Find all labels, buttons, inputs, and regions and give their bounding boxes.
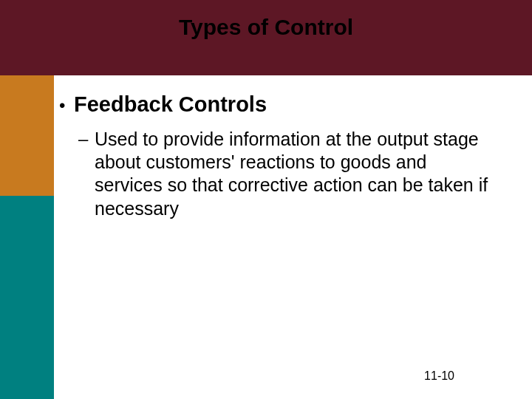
sub-bullet-item: – Used to provide information at the out…	[58, 128, 516, 220]
bullet-label: Feedback Controls	[74, 92, 267, 117]
slide: Types of Control • Feedback Controls – U…	[0, 0, 532, 399]
bullet-marker: •	[58, 95, 74, 117]
sub-bullet-text: Used to provide information at the outpu…	[95, 128, 494, 220]
slide-title: Types of Control	[0, 0, 532, 38]
content-area: • Feedback Controls – Used to provide in…	[58, 92, 516, 220]
slide-number: 11-10	[424, 369, 454, 383]
sidebar-teal	[0, 196, 54, 399]
sidebar-orange	[0, 75, 54, 196]
bullet-item: • Feedback Controls	[58, 92, 516, 117]
title-band: Types of Control	[0, 0, 532, 75]
sub-bullet-marker: –	[78, 128, 95, 150]
